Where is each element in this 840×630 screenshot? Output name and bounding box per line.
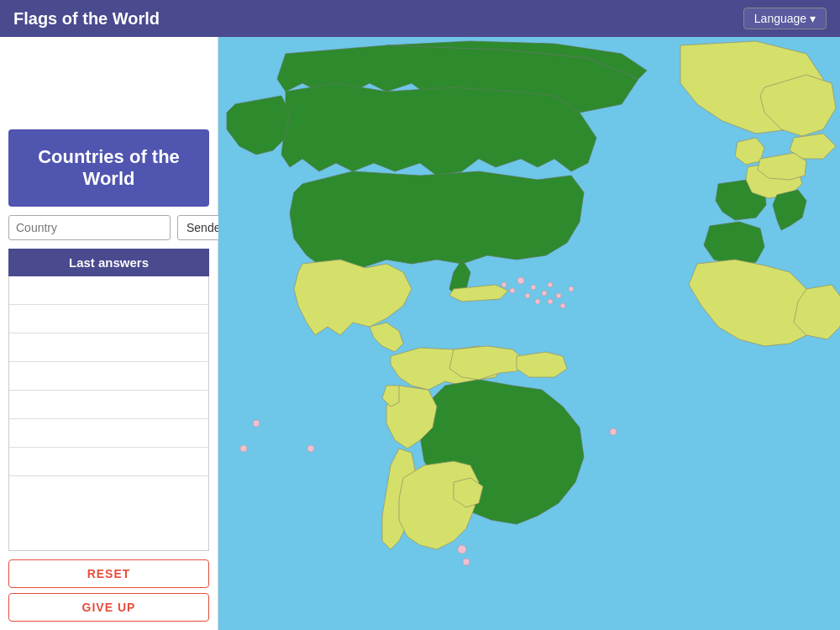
reset-button[interactable]: RESET xyxy=(8,559,209,588)
answer-row xyxy=(9,305,208,333)
svg-point-4 xyxy=(525,293,530,298)
svg-point-17 xyxy=(253,420,260,427)
main-layout: Countries of the World Senden Last answe… xyxy=(0,37,840,630)
sidebar-gap xyxy=(0,37,218,129)
language-button[interactable]: Language ▾ xyxy=(743,8,827,29)
svg-point-1 xyxy=(517,277,524,284)
answer-row xyxy=(9,419,208,448)
country-input[interactable] xyxy=(8,215,171,240)
answer-row xyxy=(9,333,208,362)
svg-point-16 xyxy=(463,559,470,565)
app-title: Flags of the World xyxy=(13,9,160,29)
header: Flags of the World Language ▾ xyxy=(0,0,840,37)
svg-point-15 xyxy=(307,445,314,452)
giveup-button[interactable]: GIVE UP xyxy=(8,593,209,622)
sidebar: Countries of the World Senden Last answe… xyxy=(0,37,218,630)
answer-row xyxy=(9,448,208,476)
svg-point-6 xyxy=(535,299,540,304)
svg-point-9 xyxy=(556,293,561,298)
svg-point-7 xyxy=(510,288,515,293)
input-row: Senden xyxy=(0,207,218,249)
world-map xyxy=(218,37,840,630)
svg-point-5 xyxy=(548,282,553,287)
svg-point-18 xyxy=(240,445,247,452)
svg-point-8 xyxy=(548,299,553,304)
svg-point-10 xyxy=(560,303,565,308)
svg-point-11 xyxy=(569,286,574,291)
svg-point-2 xyxy=(531,285,536,290)
quiz-title: Countries of the World xyxy=(8,129,209,207)
svg-point-13 xyxy=(610,428,617,435)
last-answers-header: Last answers xyxy=(8,249,209,276)
answer-row xyxy=(9,391,208,419)
svg-point-3 xyxy=(542,291,547,296)
map-svg xyxy=(218,37,840,630)
svg-point-14 xyxy=(458,545,466,554)
answer-row xyxy=(9,276,208,305)
svg-point-12 xyxy=(501,282,507,287)
answers-list xyxy=(8,276,209,551)
answer-row xyxy=(9,362,208,391)
